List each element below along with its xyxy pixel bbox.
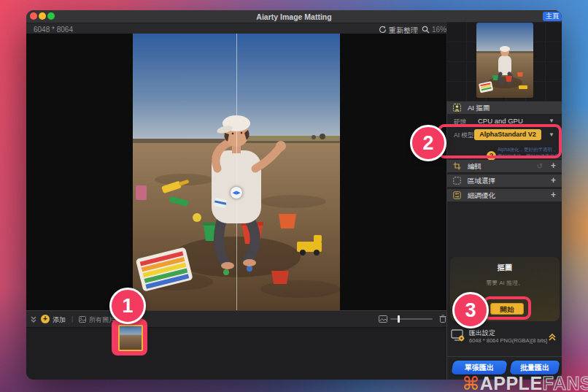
ai-matting-icon	[453, 104, 461, 112]
compare-split-handle[interactable]: ◀▶	[231, 187, 242, 199]
watermark: ⌘APPLEFANS	[463, 373, 588, 392]
watermark-light-text: FANS	[543, 373, 588, 392]
edit-reset-icon[interactable]: ↺	[537, 160, 543, 172]
finetune-icon	[453, 191, 461, 199]
crop-icon	[453, 162, 461, 170]
filmstrip-thumbnail-selected[interactable]	[118, 325, 143, 351]
ai-matting-label: AI 摳圖	[468, 101, 490, 114]
desktop: Aiarty Image Matting 主頁 6048 * 8064 重新整理…	[0, 0, 588, 392]
sidebar-divider	[446, 356, 562, 357]
region-select-label: 區域選擇	[468, 174, 495, 187]
annotation-step1: 1	[109, 288, 146, 324]
matting-title: 摳圖	[450, 263, 560, 273]
export-format-value: 6048 * 8064 PNG(RGBA)[8 bits]	[469, 337, 547, 344]
refresh-icon[interactable]	[379, 26, 387, 34]
annotation-step3: 3	[452, 292, 489, 328]
watermark-command-icon: ⌘	[463, 373, 480, 392]
matting-hint: 需要 AI 推理。	[450, 279, 560, 287]
add-image-icon[interactable]: +	[41, 315, 50, 323]
navigator-thumbnail[interactable]	[476, 23, 533, 98]
annotation-box-step2	[438, 124, 562, 158]
edit-label: 編輯	[468, 160, 481, 172]
finetune-expand-icon[interactable]: +	[551, 189, 556, 201]
section-region-select[interactable]: 區域選擇 +	[447, 174, 562, 187]
annotation-box-step3	[483, 296, 531, 320]
add-image-label[interactable]: 添加	[53, 315, 66, 325]
filmstrip-header: + 添加 | 所有圖片 (6) / IMG	[26, 311, 446, 328]
thumbnail-size-icon	[379, 315, 387, 323]
compare-split-line[interactable]	[236, 34, 237, 310]
export-settings-icon	[451, 329, 465, 342]
home-button[interactable]: 主頁	[543, 12, 562, 21]
filmstrip: + 添加 | 所有圖片 (6) / IMG +	[26, 310, 446, 380]
header-separator: |	[71, 315, 73, 323]
section-finetune[interactable]: 細調優化 +	[447, 189, 562, 201]
delete-image-icon[interactable]	[439, 315, 446, 323]
collapse-panel-icon[interactable]	[30, 315, 37, 323]
section-edit[interactable]: 編輯 ↺ +	[447, 160, 562, 172]
region-expand-icon[interactable]: +	[551, 174, 556, 187]
annotation-step2: 2	[410, 125, 446, 161]
finetune-label: 細調優化	[468, 189, 495, 201]
image-dimensions: 6048 * 8064	[34, 26, 73, 34]
edit-expand-icon[interactable]: +	[551, 160, 556, 172]
window-title: Aiarty Image Matting	[26, 12, 562, 21]
library-icon	[79, 316, 86, 323]
collapse-export-icon[interactable]	[547, 332, 557, 342]
section-ai-matting[interactable]: AI 摳圖	[447, 101, 562, 114]
watermark-bold-text: APPLE	[480, 373, 543, 392]
canvas[interactable]: ◀▶	[26, 34, 446, 310]
hardware-chevron-icon[interactable]: ▼	[549, 118, 554, 124]
thumbnail-size-slider-handle[interactable]	[398, 315, 400, 323]
thumbnail-size-slider[interactable]	[390, 318, 433, 320]
search-icon[interactable]	[422, 26, 430, 34]
region-select-icon	[453, 177, 461, 185]
